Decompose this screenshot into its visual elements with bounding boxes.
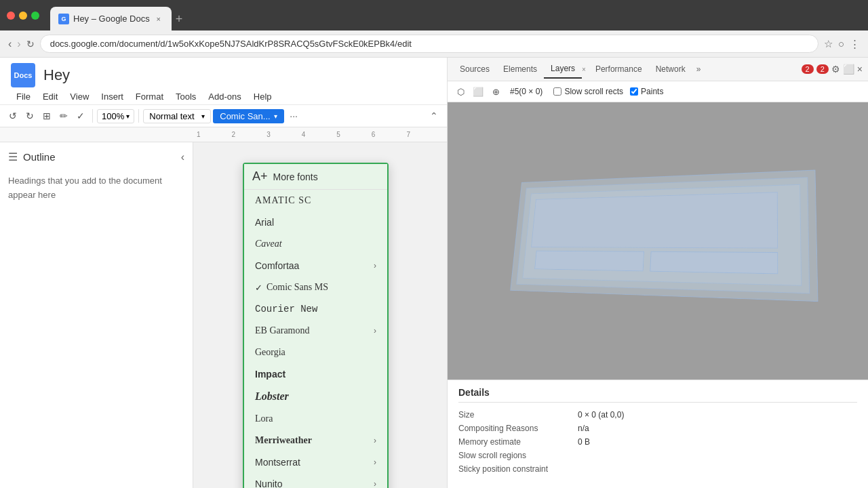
address-bar: ‹ › ↻ docs.google.com/document/d/1w5oKxK… (0, 30, 868, 58)
back-button[interactable]: ‹ (8, 38, 12, 50)
outline-header: ☰ Outline ‹ (8, 150, 184, 163)
devtools-tabs: Sources Elements Layers × Performance Ne… (448, 58, 868, 81)
ruler: 1 2 3 4 5 6 7 (0, 127, 447, 142)
details-label-compositing: Compositing Reasons (458, 424, 567, 433)
tab-title: Hey – Google Docs (73, 14, 150, 24)
slow-scroll-checkbox-label[interactable]: Slow scroll rects (553, 87, 623, 96)
font-item-arial[interactable]: Arial (244, 211, 387, 233)
paints-checkbox[interactable] (630, 87, 638, 96)
minimize-traffic-light[interactable] (19, 12, 27, 20)
print-button[interactable]: ⊞ (39, 108, 54, 123)
menu-help[interactable]: Help (248, 90, 277, 103)
devtools-close-icon[interactable]: × (857, 64, 863, 75)
details-row-size: Size 0 × 0 (at 0,0) (458, 408, 857, 422)
profile-button[interactable]: ○ (838, 38, 844, 49)
toolbar-separator (92, 109, 93, 123)
menu-view[interactable]: View (64, 90, 94, 103)
menu-format[interactable]: Format (130, 90, 169, 103)
outline-empty-text: Headings that you add to the document ap… (8, 174, 184, 203)
layers-tool-btn1[interactable]: ⬡ (453, 84, 468, 99)
paints-checkbox-label[interactable]: Paints (630, 87, 663, 96)
more-options-button[interactable]: ··· (286, 108, 301, 123)
layers-tool-btn2[interactable]: ⬜ (471, 84, 486, 99)
layers-tool-btn3[interactable]: ⊕ (488, 84, 503, 99)
devtools-error-count: 2 (816, 64, 829, 74)
font-item-comic-sans[interactable]: ✓ Comic Sans MS (244, 277, 387, 298)
menu-file[interactable]: File (11, 90, 36, 103)
details-label-sticky: Sticky position constraint (458, 464, 567, 474)
font-item-merriweather[interactable]: Merriweather › (244, 430, 387, 451)
reload-button[interactable]: ↻ (26, 39, 35, 49)
more-fonts-item[interactable]: A+ More fonts (244, 164, 387, 190)
close-traffic-light[interactable] (7, 12, 15, 20)
font-item-georgia[interactable]: Georgia (244, 342, 387, 363)
menu-insert[interactable]: Insert (96, 90, 129, 103)
menu-button[interactable]: ⋮ (850, 38, 860, 50)
details-row-sticky: Sticky position constraint (458, 462, 857, 476)
new-tab-button[interactable]: + (176, 12, 183, 30)
more-fonts-label: More fonts (273, 171, 318, 182)
active-tab[interactable]: G Hey – Google Docs × (50, 7, 172, 30)
slow-scroll-checkbox[interactable] (553, 87, 561, 96)
devtools-tab-sources[interactable]: Sources (453, 60, 496, 78)
traffic-lights (7, 12, 39, 20)
outline-icon: ☰ (8, 150, 18, 163)
details-value-compositing: n/a (578, 424, 589, 433)
layers-3d-view (509, 169, 835, 318)
devtools-tab-network[interactable]: Network (649, 60, 692, 78)
details-row-memory: Memory estimate 0 B (458, 435, 857, 449)
font-item-lobster[interactable]: Lobster (244, 385, 387, 408)
devtools-settings-icon[interactable]: ⚙ (831, 64, 840, 75)
layers-visualization[interactable] (448, 102, 868, 380)
zoom-control[interactable]: 100% ▾ (97, 109, 134, 123)
devtools-panel: Sources Elements Layers × Performance Ne… (448, 58, 868, 488)
devtools-more-button[interactable]: » (692, 60, 705, 78)
forward-button[interactable]: › (17, 38, 20, 50)
maximize-traffic-light[interactable] (31, 12, 39, 20)
docs-title-row: Docs Hey (11, 63, 436, 87)
style-selector[interactable]: Normal text ▾ (143, 109, 211, 123)
spell-check-button[interactable]: ✓ (73, 108, 88, 123)
font-item-caveat[interactable]: Caveat (244, 233, 387, 255)
outline-title: Outline (23, 151, 56, 163)
layers-options: Slow scroll rects Paints (553, 87, 663, 96)
menu-addons[interactable]: Add-ons (203, 90, 246, 103)
font-list: AMATIC SC Arial Caveat Comfortaa › ✓ Com… (244, 190, 387, 488)
font-item-comfortaa[interactable]: Comfortaa › (244, 255, 387, 277)
font-item-eb-garamond[interactable]: EB Garamond › (244, 320, 387, 342)
font-item-montserrat[interactable]: Montserrat › (244, 451, 387, 473)
details-title: Details (458, 387, 857, 403)
menu-tools[interactable]: Tools (170, 90, 201, 103)
font-item-nunito[interactable]: Nunito › (244, 473, 387, 488)
devtools-dock-icon[interactable]: ⬜ (843, 64, 854, 75)
docs-icon: Docs (11, 63, 35, 87)
outline-panel: ☰ Outline ‹ Headings that you add to the… (0, 142, 193, 488)
collapse-button[interactable]: ⌃ (427, 108, 441, 123)
undo-button[interactable]: ↺ (5, 108, 20, 123)
menu-edit[interactable]: Edit (37, 90, 63, 103)
paint-format-button[interactable]: ✏ (56, 108, 71, 123)
devtools-tab-elements[interactable]: Elements (496, 60, 544, 78)
font-item-lora[interactable]: Lora (244, 408, 387, 430)
docs-title[interactable]: Hey (43, 66, 70, 84)
docs-header: Docs Hey File Edit View Insert Format To… (0, 58, 447, 105)
redo-button[interactable]: ↻ (22, 108, 37, 123)
devtools-tab-performance[interactable]: Performance (589, 60, 649, 78)
devtools-tab-layers[interactable]: Layers (544, 60, 582, 79)
tab-bar: G Hey – Google Docs × + (50, 0, 182, 30)
url-input[interactable]: docs.google.com/document/d/1w5oKxKope5NJ… (40, 35, 818, 53)
font-item-courier[interactable]: Courier New (244, 298, 387, 320)
docs-area: Docs Hey File Edit View Insert Format To… (0, 58, 448, 488)
tab-close-icon[interactable]: × (582, 66, 586, 73)
font-item-amatic[interactable]: AMATIC SC (244, 190, 387, 211)
outline-close-button[interactable]: ‹ (181, 151, 184, 163)
toolbar-separator2 (138, 109, 139, 123)
bookmark-button[interactable]: ☆ (824, 38, 833, 50)
font-selector-button[interactable]: Comic San... ▾ (213, 109, 284, 123)
details-label-size: Size (458, 410, 567, 420)
font-item-impact[interactable]: Impact (244, 363, 387, 385)
docs-menu: File Edit View Insert Format Tools Add-o… (11, 90, 436, 103)
main-layout: Docs Hey File Edit View Insert Format To… (0, 58, 868, 488)
tab-close-button[interactable]: × (154, 14, 163, 24)
details-value-size: 0 × 0 (at 0,0) (578, 410, 624, 420)
